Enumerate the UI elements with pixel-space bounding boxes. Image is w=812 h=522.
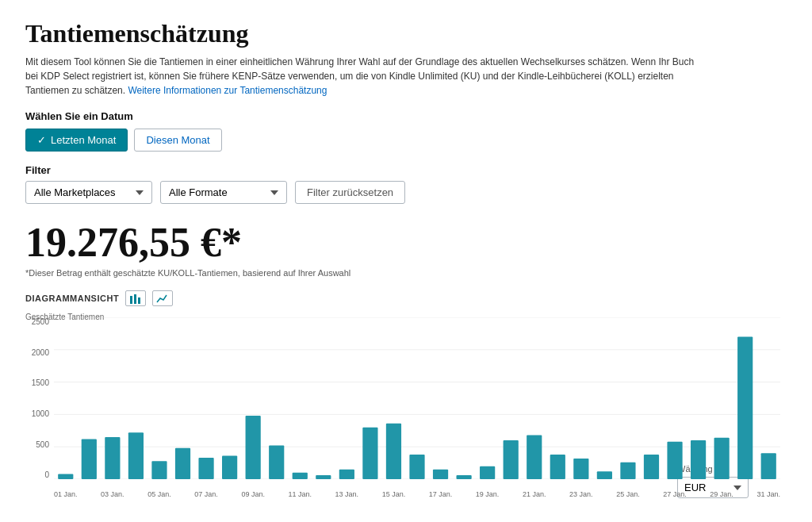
svg-rect-16 <box>222 456 237 479</box>
x-label: 01 Jan. <box>54 490 78 498</box>
x-label: 29 Jan. <box>710 490 733 498</box>
line-chart-icon[interactable] <box>152 290 173 306</box>
svg-rect-34 <box>644 455 659 479</box>
svg-rect-20 <box>316 475 331 479</box>
date-label: Wählen Sie ein Datum <box>25 110 787 122</box>
svg-rect-19 <box>293 473 308 479</box>
svg-rect-13 <box>151 461 167 479</box>
main-amount: 19.276,55 €* <box>25 220 787 265</box>
x-label: 05 Jan. <box>147 490 171 498</box>
filter-label: Filter <box>25 164 787 176</box>
svg-rect-2 <box>138 297 140 304</box>
y-label-2000: 2000 <box>32 348 49 357</box>
this-month-button[interactable]: Diesen Monat <box>134 129 221 152</box>
svg-rect-33 <box>620 463 635 479</box>
y-label-500: 500 <box>36 440 49 449</box>
y-axis-labels: 2500 2000 1500 1000 500 0 <box>25 317 52 479</box>
svg-rect-36 <box>691 440 706 479</box>
svg-rect-35 <box>667 442 682 479</box>
x-label: 23 Jan. <box>569 490 593 498</box>
svg-rect-18 <box>269 446 284 479</box>
format-select[interactable]: Alle Formate <box>160 181 287 204</box>
marketplace-select[interactable]: Alle Marketplaces <box>25 181 152 204</box>
checkmark-icon: ✓ <box>37 134 46 146</box>
filter-row: Alle Marketplaces Alle Formate Filter zu… <box>25 181 787 204</box>
svg-rect-32 <box>597 471 612 479</box>
svg-rect-15 <box>198 458 213 479</box>
svg-rect-9 <box>58 474 73 480</box>
svg-rect-27 <box>480 466 495 479</box>
bar-chart-icon[interactable] <box>125 290 146 306</box>
chart-canvas: 01 Jan.03 Jan.05 Jan.07 Jan.09 Jan.11 Ja… <box>54 317 780 479</box>
x-label: 09 Jan. <box>241 490 265 498</box>
x-label: 13 Jan. <box>335 490 359 498</box>
svg-rect-1 <box>134 294 136 304</box>
svg-rect-38 <box>737 337 753 480</box>
svg-rect-14 <box>175 448 190 479</box>
y-label-1000: 1000 <box>32 409 49 418</box>
chart-section: DIAGRAMMANSICHT 2500 2000 1500 1000 <box>25 290 787 501</box>
svg-rect-22 <box>362 428 377 479</box>
svg-rect-12 <box>128 432 144 479</box>
y-label-1500: 1500 <box>32 378 49 387</box>
x-label: 07 Jan. <box>194 490 218 498</box>
svg-rect-25 <box>433 470 448 479</box>
page-title: Tantiemenschätzung <box>25 19 787 48</box>
page-description: Mit diesem Tool können Sie die Tantiemen… <box>25 55 707 98</box>
svg-rect-17 <box>246 416 261 479</box>
svg-rect-28 <box>504 440 519 479</box>
chart-area: 2500 2000 1500 1000 500 0 Geschätzte Tan… <box>25 311 787 501</box>
svg-rect-23 <box>386 424 401 479</box>
filter-section: Filter Alle Marketplaces Alle Formate Fi… <box>25 164 787 204</box>
svg-rect-0 <box>130 296 132 304</box>
description-link[interactable]: Weitere Informationen zur Tantiemenschät… <box>128 85 327 96</box>
x-label: 31 Jan. <box>756 490 780 498</box>
x-label: 15 Jan. <box>382 490 406 498</box>
date-button-group: ✓ Letzten Monat Diesen Monat <box>25 129 787 152</box>
svg-rect-26 <box>456 475 471 479</box>
svg-rect-29 <box>527 436 542 479</box>
x-label: 17 Jan. <box>429 490 453 498</box>
x-label: 27 Jan. <box>663 490 687 498</box>
x-label: 25 Jan. <box>616 490 640 498</box>
x-label: 11 Jan. <box>288 490 312 498</box>
svg-rect-21 <box>339 470 354 479</box>
y-label-0: 0 <box>44 470 49 479</box>
amount-row: 19.276,55 €* Währung EUR <box>25 220 787 265</box>
svg-rect-10 <box>82 439 97 480</box>
svg-rect-39 <box>761 454 776 480</box>
amount-note: *Dieser Betrag enthält geschätzte KU/KOL… <box>25 268 787 278</box>
chart-title: DIAGRAMMANSICHT <box>25 290 787 306</box>
x-label: 19 Jan. <box>476 490 500 498</box>
svg-rect-31 <box>573 459 588 479</box>
x-label: 03 Jan. <box>101 490 124 498</box>
svg-rect-11 <box>105 437 120 479</box>
reset-filter-button[interactable]: Filter zurücksetzen <box>295 181 405 204</box>
svg-rect-24 <box>409 455 424 479</box>
svg-rect-30 <box>550 455 565 479</box>
last-month-button[interactable]: ✓ Letzten Monat <box>25 129 128 152</box>
x-label: 21 Jan. <box>523 490 546 498</box>
svg-rect-37 <box>714 438 730 479</box>
